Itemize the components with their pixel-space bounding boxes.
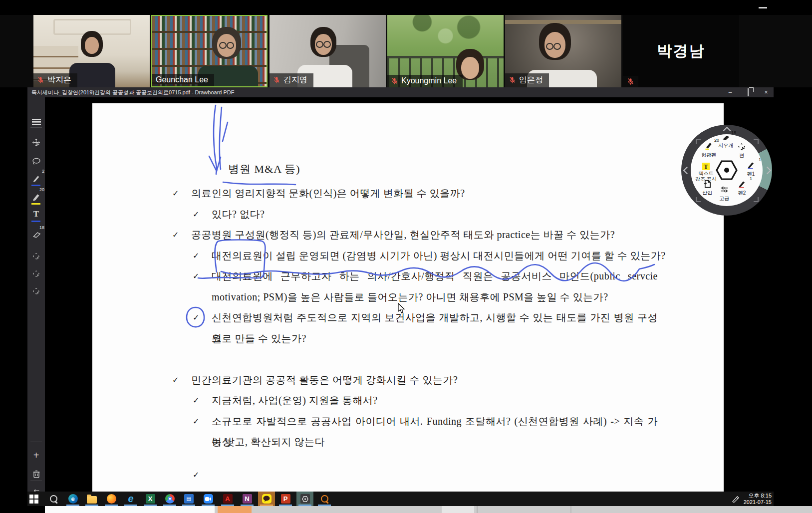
- taskbar-item-chrome[interactable]: [161, 492, 178, 506]
- text-color-bar: [31, 221, 40, 222]
- radial-item-pan[interactable]: 편: [738, 143, 746, 158]
- checkmark-circled: ✓: [193, 307, 200, 328]
- participant-video-strip: 박지은 Geunchan Lee: [0, 15, 812, 87]
- pen1-icon: 1: [747, 161, 755, 171]
- video-tile-parkkyoungnam[interactable]: 박경남: [623, 15, 739, 87]
- radial-item-advanced[interactable]: 고급: [719, 186, 729, 201]
- checkmark: ✓: [172, 183, 179, 204]
- radial-item-highlighter[interactable]: 20 형광펜: [701, 141, 716, 158]
- file-explorer-icon: [87, 496, 97, 504]
- taskbar-item-excel[interactable]: X: [142, 492, 159, 506]
- move-select-tool-icon[interactable]: [27, 136, 45, 149]
- highlighter-tool-icon[interactable]: 20: [27, 190, 45, 203]
- trash-icon[interactable]: [27, 468, 45, 481]
- menu-hamburger-icon[interactable]: [27, 115, 45, 128]
- tile-scene-decoration: [505, 20, 621, 24]
- pdf-titlebar[interactable]: 독서세미나_김창엽(2019)건강의 공공성과 공공보건의료0715.pdf -…: [27, 87, 774, 97]
- radial-item-label: 고급: [719, 196, 729, 201]
- ink-arrow-head: [209, 156, 221, 171]
- taskbar-item-magnifier[interactable]: [316, 492, 333, 506]
- muted-mic-icon: [627, 78, 634, 85]
- radial-tool-menu[interactable]: 20 형광펜 18 지우개 편: [681, 125, 772, 216]
- participant-name-tag: Geunchan Lee: [152, 74, 214, 86]
- kakaotalk-icon: [262, 494, 271, 504]
- pen-badge: 2: [42, 169, 44, 174]
- taskbar-item-hancom-doc[interactable]: ▤: [180, 492, 197, 506]
- radial-item-text-highlight[interactable]: T 텍스트 강조 표시: [695, 162, 717, 182]
- taskbar-item-acrobat[interactable]: A: [219, 492, 236, 506]
- taskbar-item-firefox[interactable]: [103, 492, 120, 506]
- internet-explorer-icon: e: [128, 493, 133, 505]
- stylus-pen-tray-icon: [732, 496, 740, 503]
- pen-tool-icon[interactable]: 2: [27, 172, 45, 185]
- radial-item-pen1[interactable]: 1 펜1: [747, 161, 755, 177]
- pdf-canvas[interactable]: 병원 M&A 등) ✓의료인의 영리지향적 문화(인식)은 어떻게 변화될 수 …: [45, 97, 774, 506]
- window-restore-button[interactable]: [745, 89, 752, 96]
- document-line-gap: [92, 349, 724, 370]
- chrome-icon: [165, 494, 175, 504]
- pen2-badge: 1: [750, 176, 752, 181]
- taskbar-item-zoom[interactable]: [200, 492, 217, 506]
- participant-name: 임은정: [519, 75, 543, 85]
- radial-item-insert[interactable]: 삽입: [702, 180, 712, 196]
- window-minimize-button[interactable]: –: [727, 89, 734, 96]
- video-tile-kimjiyoung[interactable]: 김지영: [270, 15, 386, 87]
- acrobat-icon: A: [223, 494, 233, 504]
- insert-page-icon: [704, 180, 711, 190]
- document-line: 으로 만들 수 있는가?: [92, 328, 724, 349]
- windows-start-icon: [29, 495, 38, 504]
- document-line-text: 지금처럼, 사업(운영) 지원을 통해서?: [212, 395, 378, 406]
- move-select-tool-icon[interactable]: [27, 267, 45, 280]
- ink-arrow-flick: [223, 122, 228, 141]
- muted-mic-icon: [509, 76, 516, 84]
- taskbar-item-kakaotalk[interactable]: [258, 492, 275, 506]
- toolbar-divider: [30, 442, 42, 442]
- participant-name: 김지영: [283, 75, 307, 85]
- eraser-tool-icon[interactable]: 18: [27, 228, 45, 241]
- lasso-tool-icon[interactable]: [27, 155, 45, 168]
- video-tile-geunchan-lee[interactable]: Geunchan Lee: [151, 15, 268, 87]
- ink-arrow-shaft: [220, 107, 222, 169]
- tile-scene-decoration: [387, 15, 504, 50]
- video-tile-imeunjeong[interactable]: 임은정: [505, 15, 621, 87]
- participant-name: Geunchan Lee: [156, 75, 208, 84]
- move-select-tool-icon[interactable]: [27, 250, 45, 262]
- checkmark: ✓: [193, 266, 200, 287]
- move-select-tool-icon[interactable]: [27, 284, 45, 297]
- taskbar-item-search[interactable]: [45, 492, 62, 506]
- pdf-window-title: 독서세미나_김창엽(2019)건강의 공공성과 공공보건의료0715.pdf -…: [31, 89, 234, 96]
- radial-center-hexagon-icon[interactable]: [715, 160, 738, 183]
- zoom-minimize-button[interactable]: [759, 7, 767, 8]
- taskbar-item-windows-start[interactable]: [25, 492, 42, 506]
- participant-name-tag: 김지영: [270, 73, 313, 87]
- taskbar-item-internet-explorer[interactable]: e: [122, 492, 139, 506]
- pen2-icon: 1: [738, 180, 746, 190]
- checkmark: ✓: [193, 204, 200, 225]
- add-page-plus-icon[interactable]: +: [27, 449, 45, 462]
- participant-name: 박경남: [623, 15, 739, 87]
- taskbar-clock[interactable]: 오후 8:15 2021-07-15: [744, 493, 772, 506]
- document-line-text: 민간의료기관의 공공적 활동은 어떻게 강화시킬 수 있는가?: [191, 374, 458, 385]
- radial-item-eraser[interactable]: 18 지우개: [718, 134, 733, 148]
- drawboard-pdf-icon: [300, 494, 310, 504]
- window-close-button[interactable]: ×: [763, 89, 770, 96]
- document-line: ✓대전의료원에 근무하고자 하는 의사/간호사/행정직 직원은 공공서비스 마인…: [92, 266, 724, 287]
- text-tool-icon[interactable]: T: [27, 208, 45, 221]
- video-tile-parkjieun[interactable]: 박지은: [33, 15, 150, 87]
- pdf-page[interactable]: 병원 M&A 등) ✓의료인의 영리지향적 문화(인식)은 어떻게 변화될 수 …: [92, 103, 724, 492]
- firefox-icon: [107, 494, 116, 504]
- video-tile-kyoungmin-lee[interactable]: Kyoungmin Lee: [387, 15, 504, 87]
- document-line: ✓의료인의 영리지향적 문화(인식)은 어떻게 변화될 수 있을까?: [92, 183, 724, 204]
- eraser-badge: 18: [39, 225, 44, 230]
- text-highlight-icon: T: [702, 163, 710, 170]
- taskbar-item-edge[interactable]: e: [64, 492, 81, 506]
- system-tray[interactable]: 오후 8:15 2021-07-15: [732, 492, 772, 506]
- radial-item-pen2[interactable]: 1 펜2: [738, 180, 746, 196]
- taskbar-item-drawboard-pdf[interactable]: [296, 492, 313, 506]
- taskbar-item-powerpoint[interactable]: P: [277, 492, 294, 506]
- magnifier-app-icon: [321, 495, 328, 503]
- document-line: ✓공공병원 구성원(행정직 등)의 관료제/무사안일, 현실안주적 태도와 pr…: [92, 225, 724, 246]
- taskbar-item-file-explorer[interactable]: [83, 492, 100, 506]
- restore-icon: [748, 88, 749, 96]
- taskbar-item-onenote[interactable]: N: [239, 492, 256, 506]
